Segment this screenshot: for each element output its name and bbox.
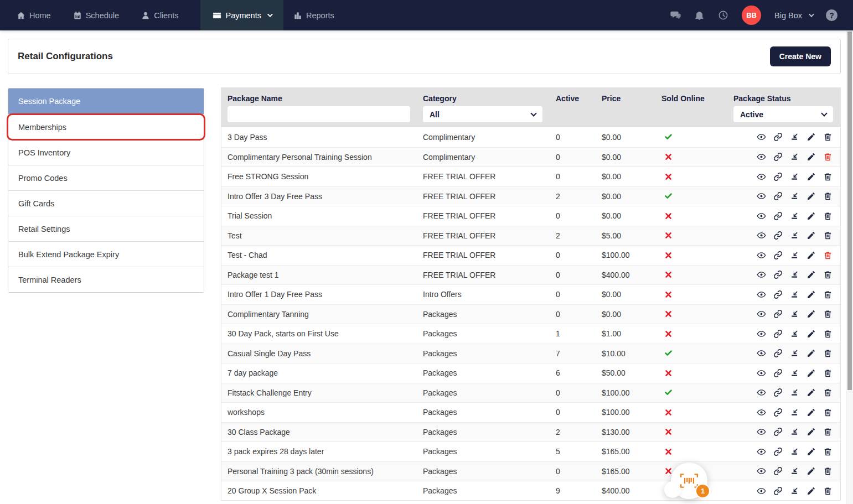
delete-button[interactable] [823,329,833,339]
barcode-scanner-fab[interactable]: 1 [671,463,707,499]
delete-button[interactable] [823,191,833,201]
sidebar-item-memberships[interactable]: Memberships [8,114,204,139]
link-button[interactable] [773,251,783,260]
delete-button[interactable] [823,388,833,397]
edit-button[interactable] [807,132,816,142]
delete-button[interactable] [823,132,833,142]
link-button[interactable] [773,132,783,142]
delete-button[interactable] [823,290,833,299]
nav-item-clients[interactable]: Clients [141,0,178,30]
link-button[interactable] [773,152,783,162]
edit-button[interactable] [807,427,816,437]
delete-button[interactable] [823,152,833,162]
view-button[interactable] [757,408,766,417]
avatar[interactable]: BB [742,6,761,25]
link-button[interactable] [773,368,783,378]
view-button[interactable] [757,309,766,319]
sidebar-item-promo-codes[interactable]: Promo Codes [8,165,204,190]
vertical-scrollbar[interactable] [846,30,853,504]
edit-button[interactable] [807,349,816,358]
edit-button[interactable] [807,231,816,240]
delete-button[interactable] [823,349,833,358]
notifications-button[interactable] [694,10,705,20]
delete-button[interactable] [823,231,833,240]
delete-button[interactable] [823,270,833,279]
link-button[interactable] [773,427,783,437]
delete-button[interactable] [823,447,833,456]
view-button[interactable] [757,270,766,279]
edit-button[interactable] [807,486,816,496]
link-button[interactable] [773,466,783,476]
nav-item-schedule[interactable]: Schedule [73,0,119,30]
view-button[interactable] [757,231,766,240]
delete-button[interactable] [823,408,833,417]
link-button[interactable] [773,191,783,201]
nav-item-payments[interactable]: Payments [200,0,283,30]
edit-button[interactable] [807,270,816,279]
view-button[interactable] [757,466,766,476]
import-button[interactable] [790,408,799,417]
delete-button[interactable] [823,172,833,181]
link-button[interactable] [773,231,783,240]
delete-button[interactable] [823,251,833,260]
category-filter-select[interactable]: All [423,106,542,122]
import-button[interactable] [790,427,799,437]
sidebar-item-gift-cards[interactable]: Gift Cards [8,190,204,216]
view-button[interactable] [757,290,766,299]
nav-item-home[interactable]: Home [17,0,51,30]
link-button[interactable] [773,388,783,397]
sidebar-item-bulk-extend-package-expiry[interactable]: Bulk Extend Package Expiry [8,241,204,267]
import-button[interactable] [790,270,799,279]
sidebar-item-session-package[interactable]: Session Package [8,89,204,114]
sidebar-item-pos-inventory[interactable]: POS Inventory [8,139,204,165]
delete-button[interactable] [823,466,833,476]
view-button[interactable] [757,368,766,378]
import-button[interactable] [790,132,799,142]
view-button[interactable] [757,388,766,397]
view-button[interactable] [757,447,766,456]
view-button[interactable] [757,251,766,260]
link-button[interactable] [773,408,783,417]
view-button[interactable] [757,486,766,496]
create-new-button[interactable]: Create New [770,46,831,66]
edit-button[interactable] [807,408,816,417]
import-button[interactable] [790,231,799,240]
view-button[interactable] [757,152,766,162]
import-button[interactable] [790,290,799,299]
import-button[interactable] [790,486,799,496]
edit-button[interactable] [807,290,816,299]
link-button[interactable] [773,309,783,319]
sidebar-item-retail-settings[interactable]: Retail Settings [8,216,204,241]
sidebar-item-terminal-readers[interactable]: Terminal Readers [8,267,204,292]
link-button[interactable] [773,349,783,358]
import-button[interactable] [790,172,799,181]
delete-button[interactable] [823,211,833,221]
import-button[interactable] [790,349,799,358]
history-button[interactable] [718,10,728,20]
import-button[interactable] [790,466,799,476]
edit-button[interactable] [807,211,816,221]
package-status-filter-select[interactable]: Active [733,106,833,122]
delete-button[interactable] [823,309,833,319]
edit-button[interactable] [807,191,816,201]
edit-button[interactable] [807,466,816,476]
edit-button[interactable] [807,309,816,319]
package-name-filter-input[interactable] [228,106,410,122]
link-button[interactable] [773,290,783,299]
delete-button[interactable] [823,486,833,496]
edit-button[interactable] [807,329,816,339]
import-button[interactable] [790,191,799,201]
import-button[interactable] [790,152,799,162]
link-button[interactable] [773,211,783,221]
import-button[interactable] [790,329,799,339]
delete-button[interactable] [823,368,833,378]
edit-button[interactable] [807,447,816,456]
link-button[interactable] [773,270,783,279]
link-button[interactable] [773,447,783,456]
view-button[interactable] [757,191,766,201]
view-button[interactable] [757,329,766,339]
link-button[interactable] [773,172,783,181]
import-button[interactable] [790,388,799,397]
nav-item-reports[interactable]: Reports [293,0,334,30]
messages-button[interactable] [670,10,681,20]
